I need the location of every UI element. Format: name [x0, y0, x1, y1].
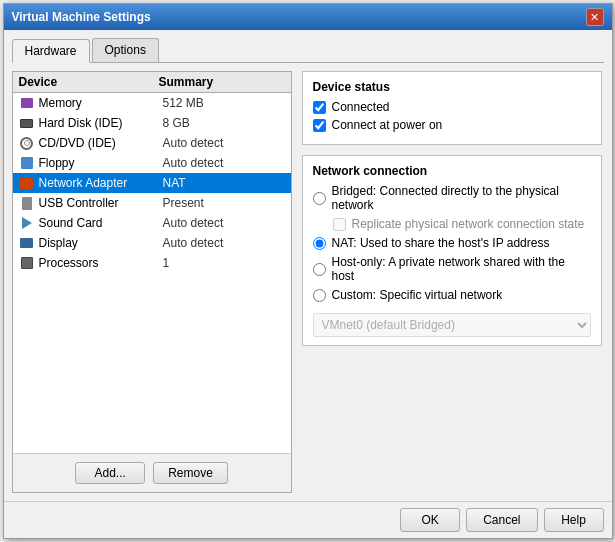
device-summary-display: Auto detect: [163, 236, 285, 250]
device-row-harddisk[interactable]: Hard Disk (IDE) 8 GB: [13, 113, 291, 133]
close-button[interactable]: ✕: [586, 8, 604, 26]
nat-label: NAT: Used to share the host's IP address: [332, 236, 550, 250]
window-title: Virtual Machine Settings: [12, 10, 151, 24]
device-summary-floppy: Auto detect: [163, 156, 285, 170]
device-name-memory: Memory: [39, 96, 163, 110]
device-summary-processors: 1: [163, 256, 285, 270]
device-panel: Device Summary Memory 512 MB Hard Disk (…: [12, 71, 292, 493]
ok-button[interactable]: OK: [400, 508, 460, 532]
device-row-floppy[interactable]: Floppy Auto detect: [13, 153, 291, 173]
device-summary-networkadapter: NAT: [163, 176, 285, 190]
nat-radio[interactable]: [313, 237, 326, 250]
connected-label: Connected: [332, 100, 390, 114]
cpu-icon: [19, 255, 35, 271]
power-on-row: Connect at power on: [313, 118, 591, 132]
title-bar: Virtual Machine Settings ✕: [4, 4, 612, 30]
bridged-label: Bridged: Connected directly to the physi…: [332, 184, 591, 212]
sound-icon: [19, 215, 35, 231]
device-row-networkadapter[interactable]: Network Adapter NAT: [13, 173, 291, 193]
connected-checkbox[interactable]: [313, 101, 326, 114]
col-summary-header: Summary: [159, 75, 285, 89]
device-row-memory[interactable]: Memory 512 MB: [13, 93, 291, 113]
settings-panel: Device status Connected Connect at power…: [302, 71, 604, 493]
vmnet-dropdown[interactable]: VMnet0 (default Bridged) VMnet1 VMnet8: [313, 313, 591, 337]
col-device-header: Device: [19, 75, 159, 89]
device-name-floppy: Floppy: [39, 156, 163, 170]
tab-hardware[interactable]: Hardware: [12, 39, 90, 63]
device-name-sound: Sound Card: [39, 216, 163, 230]
network-connection-title: Network connection: [313, 164, 591, 178]
hostonly-label: Host-only: A private network shared with…: [332, 255, 591, 283]
floppy-icon: [19, 155, 35, 171]
cdrom-icon: [19, 135, 35, 151]
tab-options[interactable]: Options: [92, 38, 159, 62]
device-row-processors[interactable]: Processors 1: [13, 253, 291, 273]
device-summary-memory: 512 MB: [163, 96, 285, 110]
network-connection-group: Network connection Bridged: Connected di…: [302, 155, 602, 346]
usb-icon: [19, 195, 35, 211]
memory-icon: [19, 95, 35, 111]
hostonly-radio[interactable]: [313, 263, 326, 276]
hdd-icon: [19, 115, 35, 131]
hostonly-radio-row: Host-only: A private network shared with…: [313, 255, 591, 283]
device-name-networkadapter: Network Adapter: [39, 176, 163, 190]
device-name-display: Display: [39, 236, 163, 250]
device-row-cddvd[interactable]: CD/DVD (IDE) Auto detect: [13, 133, 291, 153]
device-list: Memory 512 MB Hard Disk (IDE) 8 GB CD/DV…: [13, 93, 291, 453]
help-button[interactable]: Help: [544, 508, 604, 532]
display-icon: [19, 235, 35, 251]
add-button[interactable]: Add...: [75, 462, 145, 484]
custom-radio[interactable]: [313, 289, 326, 302]
footer: OK Cancel Help: [4, 501, 612, 538]
bridged-sub-row: Replicate physical network connection st…: [333, 217, 591, 231]
remove-button[interactable]: Remove: [153, 462, 228, 484]
device-name-processors: Processors: [39, 256, 163, 270]
device-name-harddisk: Hard Disk (IDE): [39, 116, 163, 130]
device-summary-cddvd: Auto detect: [163, 136, 285, 150]
bridged-radio-row: Bridged: Connected directly to the physi…: [313, 184, 591, 212]
bridged-radio[interactable]: [313, 192, 326, 205]
cancel-button[interactable]: Cancel: [466, 508, 537, 532]
radio-group-network: Bridged: Connected directly to the physi…: [313, 184, 591, 337]
device-row-sound[interactable]: Sound Card Auto detect: [13, 213, 291, 233]
device-row-display[interactable]: Display Auto detect: [13, 233, 291, 253]
device-table-header: Device Summary: [13, 72, 291, 93]
custom-label: Custom: Specific virtual network: [332, 288, 503, 302]
main-area: Device Summary Memory 512 MB Hard Disk (…: [12, 71, 604, 493]
device-status-title: Device status: [313, 80, 591, 94]
device-name-cddvd: CD/DVD (IDE): [39, 136, 163, 150]
device-status-group: Device status Connected Connect at power…: [302, 71, 602, 145]
custom-radio-row: Custom: Specific virtual network: [313, 288, 591, 302]
connect-power-on-label: Connect at power on: [332, 118, 443, 132]
replicate-label: Replicate physical network connection st…: [352, 217, 585, 231]
nat-radio-row: NAT: Used to share the host's IP address: [313, 236, 591, 250]
window-content: Hardware Options Device Summary Memory 5…: [4, 30, 612, 501]
device-row-usb[interactable]: USB Controller Present: [13, 193, 291, 213]
replicate-checkbox[interactable]: [333, 218, 346, 231]
tab-bar: Hardware Options: [12, 38, 604, 63]
virtual-machine-settings-window: Virtual Machine Settings ✕ Hardware Opti…: [3, 3, 613, 539]
net-icon: [19, 175, 35, 191]
connect-power-on-checkbox[interactable]: [313, 119, 326, 132]
device-summary-harddisk: 8 GB: [163, 116, 285, 130]
connected-row: Connected: [313, 100, 591, 114]
device-buttons: Add... Remove: [13, 453, 291, 492]
vmnet-dropdown-row: VMnet0 (default Bridged) VMnet1 VMnet8: [313, 313, 591, 337]
device-summary-sound: Auto detect: [163, 216, 285, 230]
device-name-usb: USB Controller: [39, 196, 163, 210]
device-summary-usb: Present: [163, 196, 285, 210]
